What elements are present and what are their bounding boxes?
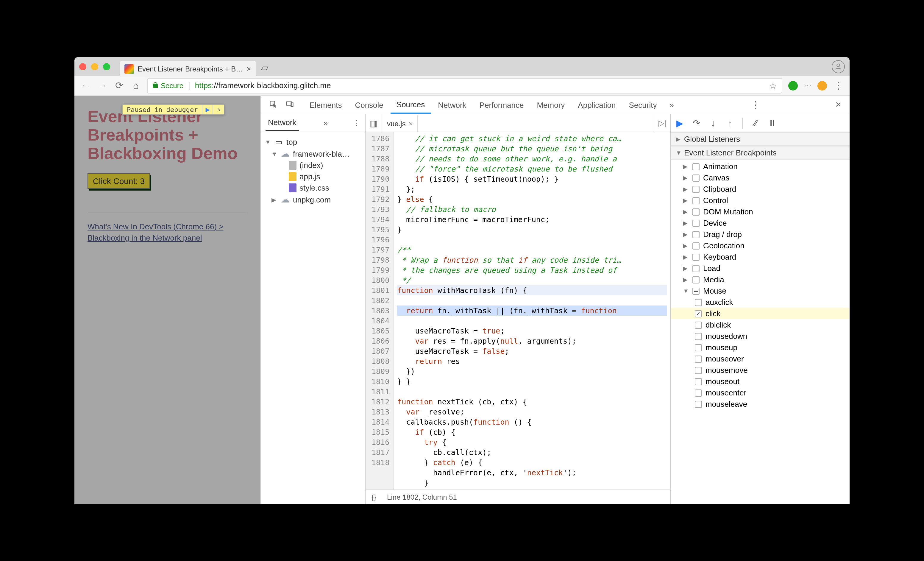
step-over-icon[interactable]: ↷ — [691, 118, 702, 128]
elb-category-mouse[interactable]: ▼Mouse — [671, 285, 850, 297]
tree-file-stylecss[interactable]: style.css — [263, 182, 363, 194]
checkbox-icon[interactable] — [695, 310, 702, 317]
toggle-navigator-icon[interactable]: ▥ — [366, 114, 382, 132]
line-gutter[interactable]: 1786178717881789179017911792179317941795… — [366, 132, 393, 489]
tree-node-domain[interactable]: ▼☁framework-bla… — [263, 148, 363, 160]
tree-file-index[interactable]: (index) — [263, 160, 363, 171]
devtools-tab-memory[interactable]: Memory — [531, 96, 571, 114]
profile-avatar-icon[interactable] — [832, 60, 845, 73]
checkbox-icon[interactable] — [692, 231, 699, 238]
elb-category-drag-drop[interactable]: ▶Drag / drop — [671, 229, 850, 240]
more-icon[interactable]: » — [323, 118, 327, 128]
tree-node-unpkg[interactable]: ▶☁unpkg.com — [263, 194, 363, 206]
forward-button[interactable]: → — [97, 80, 108, 91]
menu-icon[interactable]: ⋮ — [352, 118, 360, 128]
browser-tab[interactable]: Event Listener Breakpoints + B… × — [120, 61, 256, 77]
menu-button[interactable]: ⋮ — [833, 80, 844, 91]
elb-category-canvas[interactable]: ▶Canvas — [671, 172, 850, 183]
elb-event-dblclick[interactable]: dblclick — [671, 319, 850, 330]
step-out-icon[interactable]: ↑ — [724, 118, 735, 128]
devtools-tab-performance[interactable]: Performance — [474, 96, 530, 114]
devtools-tab-console[interactable]: Console — [349, 96, 389, 114]
tree-node-top[interactable]: ▼▭top — [263, 136, 363, 148]
elb-event-mouseleave[interactable]: mouseleave — [671, 398, 850, 410]
elb-event-mouseup[interactable]: mouseup — [671, 342, 850, 353]
elb-category-load[interactable]: ▶Load — [671, 262, 850, 274]
devtools-tab-application[interactable]: Application — [572, 96, 621, 114]
checkbox-icon[interactable] — [692, 197, 699, 204]
extension-icon[interactable] — [818, 81, 827, 90]
close-editor-tab-icon[interactable]: × — [409, 119, 413, 128]
checkbox-icon[interactable] — [692, 186, 699, 193]
checkbox-icon[interactable] — [695, 298, 702, 306]
extension-icon[interactable]: ⋯ — [804, 81, 812, 90]
tree-file-appjs[interactable]: app.js — [263, 171, 363, 182]
checkbox-icon[interactable] — [695, 378, 702, 385]
navigator-tab[interactable]: Network — [266, 115, 298, 131]
doc-link[interactable]: What's New In DevTools (Chrome 66) > Bla… — [87, 222, 247, 244]
checkbox-icon[interactable] — [692, 287, 699, 294]
devtools-tab-sources[interactable]: Sources — [390, 96, 431, 114]
elb-category-clipboard[interactable]: ▶Clipboard — [671, 183, 850, 195]
checkbox-icon[interactable] — [692, 219, 699, 226]
close-tab-icon[interactable]: × — [246, 64, 251, 73]
checkbox-icon[interactable] — [692, 208, 699, 215]
checkbox-icon[interactable] — [695, 389, 702, 396]
devtools-close-icon[interactable]: × — [832, 99, 845, 111]
elb-category-control[interactable]: ▶Control — [671, 195, 850, 206]
checkbox-icon[interactable] — [695, 321, 702, 328]
pane-event-listener-breakpoints[interactable]: ▼Event Listener Breakpoints — [671, 146, 850, 160]
elb-event-mouseover[interactable]: mouseover — [671, 353, 850, 364]
elb-category-animation[interactable]: ▶Animation — [671, 161, 850, 172]
elb-category-media[interactable]: ▶Media — [671, 274, 850, 285]
device-mode-icon[interactable] — [282, 100, 298, 110]
elb-event-mousemove[interactable]: mousemove — [671, 364, 850, 376]
home-button[interactable]: ⌂ — [130, 80, 141, 91]
devtools-tab-network[interactable]: Network — [432, 96, 472, 114]
step-into-icon[interactable]: ↓ — [708, 118, 718, 128]
devtools-menu-icon[interactable]: ⋮ — [747, 99, 764, 111]
zoom-window-icon[interactable] — [103, 63, 110, 70]
devtools-tab-elements[interactable]: Elements — [304, 96, 348, 114]
back-button[interactable]: ← — [80, 80, 91, 91]
resume-icon[interactable]: ▶ — [675, 118, 685, 128]
editor-tab[interactable]: vue.js × — [382, 114, 418, 132]
pause-on-exceptions-icon[interactable]: ⏸ — [767, 118, 777, 128]
resume-icon[interactable]: ▶ — [202, 105, 213, 114]
elb-event-mouseout[interactable]: mouseout — [671, 376, 850, 387]
checkbox-icon[interactable] — [695, 333, 702, 340]
address-bar[interactable]: Secure | https://framework-blackboxing.g… — [147, 78, 782, 93]
elb-category-dom-mutation[interactable]: ▶DOM Mutation — [671, 206, 850, 218]
elb-event-mousedown[interactable]: mousedown — [671, 330, 850, 342]
inspect-element-icon[interactable] — [266, 100, 281, 110]
more-tabs-icon[interactable]: » — [664, 100, 680, 109]
code-area[interactable]: // it can get stuck in a weird state whe… — [393, 132, 670, 489]
elb-event-auxclick[interactable]: auxclick — [671, 297, 850, 308]
elb-category-keyboard[interactable]: ▶Keyboard — [671, 251, 850, 262]
checkbox-icon[interactable] — [692, 254, 699, 261]
step-over-icon[interactable]: ↷ — [213, 105, 224, 114]
reload-button[interactable]: ⟳ — [114, 80, 124, 91]
minimize-window-icon[interactable] — [91, 63, 98, 70]
checkbox-icon[interactable] — [692, 242, 699, 249]
pane-global-listeners[interactable]: ▶Global Listeners — [671, 132, 850, 146]
checkbox-icon[interactable] — [692, 174, 699, 182]
close-window-icon[interactable] — [79, 63, 86, 70]
devtools-tab-security[interactable]: Security — [623, 96, 663, 114]
extension-icon[interactable] — [788, 81, 798, 90]
elb-category-device[interactable]: ▶Device — [671, 218, 850, 229]
checkbox-icon[interactable] — [695, 366, 702, 374]
bookmark-star-icon[interactable]: ☆ — [769, 81, 777, 90]
checkbox-icon[interactable] — [692, 265, 699, 272]
checkbox-icon[interactable] — [692, 276, 699, 283]
checkbox-icon[interactable] — [692, 163, 699, 170]
new-tab-button[interactable]: ▱ — [258, 61, 271, 74]
pretty-print-icon[interactable]: {} — [372, 493, 376, 501]
elb-category-geolocation[interactable]: ▶Geolocation — [671, 240, 850, 251]
elb-event-mouseenter[interactable]: mouseenter — [671, 387, 850, 398]
click-counter-button[interactable]: Click Count: 3 — [87, 174, 150, 189]
checkbox-icon[interactable] — [695, 355, 702, 362]
checkbox-icon[interactable] — [695, 344, 702, 351]
deactivate-breakpoints-icon[interactable]: ⁄⁄ — [750, 118, 761, 128]
elb-event-click[interactable]: click — [671, 308, 850, 319]
